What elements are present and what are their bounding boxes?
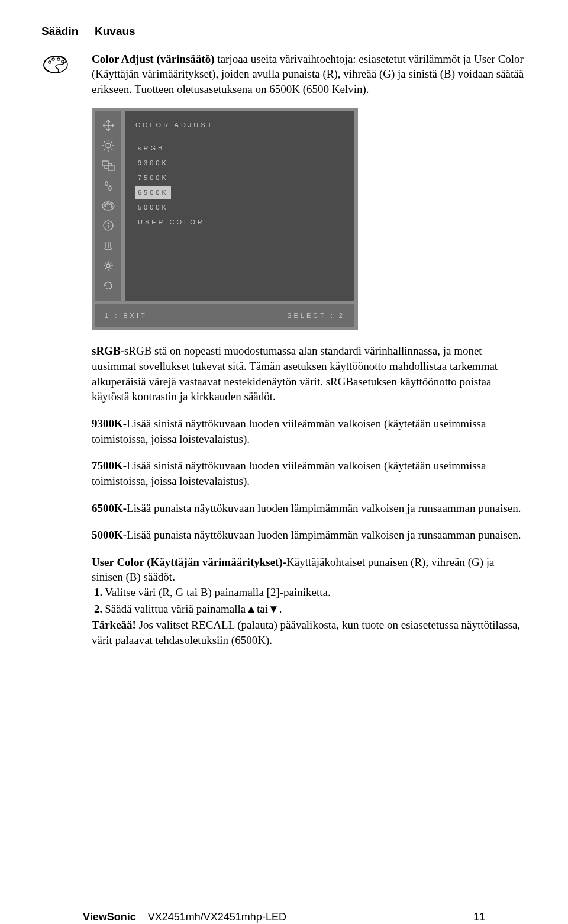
srgb-rest: sRGB stä on nopeasti muodostumassa alan … bbox=[92, 345, 498, 403]
svg-point-4 bbox=[62, 60, 64, 62]
osd-select-label: SELECT : 2 bbox=[287, 311, 345, 320]
header-right: Kuvaus bbox=[95, 24, 135, 39]
svg-point-2 bbox=[52, 57, 54, 60]
k5000-paragraph: 5000K-Lisää punaista näyttökuvaan luoden… bbox=[92, 527, 527, 543]
osd-main: COLOR ADJUST sRGB 9300K 7500K 6500K 5000… bbox=[125, 111, 354, 301]
svg-point-14 bbox=[108, 223, 109, 224]
triangle-down-icon bbox=[268, 603, 279, 615]
k5000-rest: Lisää punaista näyttökuvaan luoden lämpi… bbox=[127, 529, 521, 541]
svg-point-1 bbox=[49, 60, 51, 63]
svg-point-10 bbox=[107, 202, 109, 204]
usercolor-paragraph: User Color (Käyttäjän värimääritykset)-K… bbox=[92, 555, 527, 648]
header-left: Säädin bbox=[41, 24, 77, 39]
osd-recall-icon bbox=[101, 278, 116, 294]
k6500-rest: Lisää punaista näyttökuvaan luoden lämpi… bbox=[127, 502, 521, 514]
svg-point-11 bbox=[110, 203, 112, 205]
table-header: Säädin Kuvaus bbox=[41, 24, 527, 44]
step-2: 2.Säädä valittua väriä painamallatai. bbox=[94, 601, 527, 617]
step-2-text-c: . bbox=[279, 603, 282, 615]
important-note: Tärkeää! Jos valitset RECALL (palauta) p… bbox=[92, 617, 527, 648]
k9300-paragraph: 9300K-Lisää sinistä näyttökuvaan luoden … bbox=[92, 416, 527, 446]
step-2-text-a: Säädä valittua väriä painamalla bbox=[105, 603, 246, 615]
k9300-rest: Lisää sinistä näyttökuvaan luoden viileä… bbox=[92, 417, 486, 445]
svg-point-5 bbox=[106, 143, 111, 148]
k6500-bold: 6500K- bbox=[92, 502, 127, 514]
step-1-text: Valitse väri (R, G tai B) painamalla [2]… bbox=[105, 586, 330, 598]
osd-item-6500k[interactable]: 6500K bbox=[135, 186, 171, 199]
osd-bottom-bar: 1 : EXIT SELECT : 2 bbox=[95, 304, 354, 327]
osd-exit-label: 1 : EXIT bbox=[105, 311, 147, 320]
control-icon-col bbox=[41, 51, 77, 660]
palette-icon bbox=[41, 54, 77, 79]
osd-list: sRGB 9300K 7500K 6500K 5000K USER COLOR bbox=[135, 141, 344, 228]
k7500-rest: Lisää sinistä näyttökuvaan luoden viileä… bbox=[92, 459, 486, 487]
srgb-bold: sRGB- bbox=[92, 345, 124, 357]
usercolor-bold: User Color (Käyttäjän värimääritykset)- bbox=[92, 556, 286, 568]
content-column: Color Adjust (värinsäätö) tarjoaa useita… bbox=[92, 51, 527, 660]
osd-brightness-icon bbox=[101, 138, 116, 153]
k9300-bold: 9300K- bbox=[92, 417, 127, 430]
svg-point-9 bbox=[105, 204, 106, 206]
osd-item-9300k[interactable]: 9300K bbox=[135, 156, 171, 170]
osd-manual-icon bbox=[101, 238, 116, 253]
osd-item-5000k[interactable]: 5000K bbox=[135, 201, 171, 214]
osd-input-icon bbox=[101, 158, 116, 173]
k7500-bold: 7500K- bbox=[92, 459, 127, 472]
osd-item-7500k[interactable]: 7500K bbox=[135, 171, 171, 185]
important-text: Jos valitset RECALL (palauta) päävalikos… bbox=[92, 619, 520, 646]
svg-point-15 bbox=[106, 264, 110, 268]
osd-panel: COLOR ADJUST sRGB 9300K 7500K 6500K 5000… bbox=[92, 108, 358, 331]
page-footer: ViewSonic VX2451mh/VX2451mhp-LED 11 bbox=[83, 910, 485, 924]
srgb-paragraph: sRGB-sRGB stä on nopeasti muodostumassa … bbox=[92, 343, 527, 404]
intro-bold: Color Adjust (värinsäätö) bbox=[92, 53, 215, 65]
osd-sidebar bbox=[95, 111, 121, 301]
step-2-num: 2. bbox=[94, 603, 102, 615]
svg-rect-7 bbox=[108, 166, 114, 170]
footer-page: 11 bbox=[473, 910, 485, 924]
osd-move-icon bbox=[101, 118, 116, 134]
osd-info-icon bbox=[101, 218, 116, 233]
k6500-paragraph: 6500K-Lisää punaista näyttökuvaan luoden… bbox=[92, 501, 527, 516]
k5000-bold: 5000K- bbox=[92, 529, 127, 541]
step-2-text-b: tai bbox=[257, 603, 268, 615]
osd-item-usercolor[interactable]: USER COLOR bbox=[135, 215, 207, 229]
k7500-paragraph: 7500K-Lisää sinistä näyttökuvaan luoden … bbox=[92, 458, 527, 488]
step-1-num: 1. bbox=[94, 586, 102, 598]
svg-rect-6 bbox=[102, 161, 108, 166]
footer-left: ViewSonic VX2451mh/VX2451mhp-LED bbox=[83, 910, 286, 924]
osd-setup-icon bbox=[101, 258, 116, 273]
important-label: Tärkeää! bbox=[92, 619, 136, 631]
osd-color-icon bbox=[101, 198, 116, 214]
svg-point-12 bbox=[111, 205, 113, 207]
svg-point-3 bbox=[57, 57, 60, 60]
step-1: 1.Valitse väri (R, G tai B) painamalla [… bbox=[94, 585, 527, 600]
osd-title: COLOR ADJUST bbox=[135, 121, 344, 134]
osd-tune-icon bbox=[101, 178, 116, 194]
footer-brand: ViewSonic bbox=[83, 911, 136, 923]
intro-paragraph: Color Adjust (värinsäätö) tarjoaa useita… bbox=[92, 51, 527, 97]
triangle-up-icon bbox=[246, 603, 257, 615]
osd-item-srgb[interactable]: sRGB bbox=[135, 141, 167, 155]
footer-model: VX2451mh/VX2451mhp-LED bbox=[148, 911, 286, 923]
